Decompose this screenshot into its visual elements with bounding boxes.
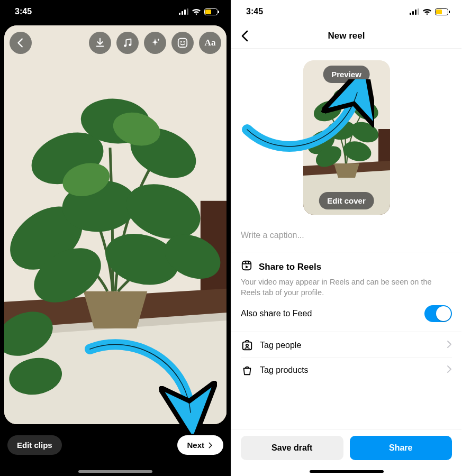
svg-rect-35 — [436, 10, 442, 14]
plant-image — [4, 25, 227, 424]
status-bar: 3:45 — [0, 0, 231, 23]
back-button[interactable] — [10, 32, 32, 54]
svg-rect-6 — [218, 11, 219, 13]
editor-toolbar: Aa — [10, 32, 221, 54]
music-icon — [122, 37, 133, 49]
home-indicator — [310, 470, 384, 473]
sticker-icon — [177, 37, 188, 49]
svg-rect-3 — [187, 8, 188, 15]
svg-rect-32 — [415, 10, 416, 15]
share-button[interactable]: Share — [350, 436, 452, 460]
chevron-right-icon — [447, 340, 452, 349]
nav-header: New reel — [231, 23, 461, 49]
editor-screen: 3:45 — [0, 0, 231, 476]
svg-point-51 — [246, 344, 248, 346]
also-share-feed-label: Also share to Feed — [241, 309, 312, 318]
tag-people-icon — [241, 340, 253, 351]
effects-button[interactable] — [144, 32, 166, 54]
editor-bottom-bar: Edit clips Next — [7, 435, 223, 455]
svg-point-26 — [129, 43, 131, 46]
tag-products-row[interactable]: Tag products — [241, 358, 452, 382]
wifi-icon — [422, 8, 432, 15]
new-reel-screen: 3:45 New reel — [231, 0, 461, 476]
svg-rect-0 — [179, 13, 180, 15]
reels-icon — [241, 260, 252, 271]
cellular-icon — [410, 8, 419, 15]
svg-rect-27 — [178, 39, 187, 48]
sticker-button[interactable] — [171, 32, 194, 54]
save-draft-button[interactable]: Save draft — [241, 436, 343, 460]
battery-icon — [204, 8, 219, 15]
tag-people-row[interactable]: Tag people — [241, 333, 452, 358]
svg-rect-49 — [242, 261, 251, 270]
svg-point-28 — [180, 41, 182, 43]
chevron-left-icon — [241, 30, 248, 42]
battery-icon — [435, 8, 450, 15]
chevron-right-icon — [447, 365, 452, 373]
footer-actions: Save draft Share — [231, 429, 461, 476]
preview-button[interactable]: Preview — [323, 66, 370, 83]
svg-rect-5 — [205, 10, 211, 14]
svg-rect-30 — [410, 13, 411, 15]
status-time: 3:45 — [15, 7, 32, 16]
music-button[interactable] — [116, 32, 139, 54]
wifi-icon — [192, 8, 201, 15]
next-button[interactable]: Next — [177, 435, 223, 455]
svg-rect-31 — [412, 11, 414, 15]
edit-clips-button[interactable]: Edit clips — [7, 435, 62, 455]
share-to-reels-desc: Your video may appear in Reels and can b… — [241, 277, 452, 298]
svg-point-29 — [183, 41, 185, 43]
status-icons — [410, 8, 450, 15]
editor-canvas[interactable] — [4, 25, 227, 424]
tag-products-icon — [241, 364, 253, 376]
svg-point-25 — [124, 44, 126, 47]
status-bar: 3:45 — [231, 0, 461, 23]
also-share-feed-row: Also share to Feed — [241, 298, 452, 324]
also-share-feed-toggle[interactable] — [424, 305, 452, 322]
share-to-reels-heading: Share to Reels — [241, 260, 452, 274]
download-icon — [94, 37, 106, 49]
text-button[interactable]: Aa — [199, 32, 221, 54]
sparkle-icon — [149, 37, 161, 49]
status-icons — [179, 8, 219, 15]
caption-input[interactable]: Write a caption... — [231, 224, 461, 252]
status-time: 3:45 — [246, 7, 263, 16]
home-indicator — [78, 470, 152, 473]
share-to-reels-section: Share to Reels Your video may appear in … — [231, 252, 461, 332]
chevron-left-icon — [15, 37, 26, 49]
preview-wrap: Preview Edit cover — [231, 49, 461, 224]
svg-rect-1 — [182, 11, 183, 15]
edit-cover-button[interactable]: Edit cover — [319, 192, 374, 209]
svg-rect-33 — [418, 8, 419, 15]
page-title: New reel — [328, 31, 365, 41]
svg-rect-36 — [449, 11, 450, 13]
cellular-icon — [179, 8, 188, 15]
text-icon: Aa — [205, 38, 216, 48]
download-button[interactable] — [89, 32, 111, 54]
svg-rect-2 — [184, 10, 186, 15]
chevron-right-icon — [206, 442, 214, 449]
tag-section: Tag people Tag products — [231, 332, 461, 383]
svg-rect-50 — [243, 342, 252, 350]
nav-back-button[interactable] — [238, 23, 251, 48]
preview-thumb[interactable]: Preview Edit cover — [303, 60, 390, 215]
